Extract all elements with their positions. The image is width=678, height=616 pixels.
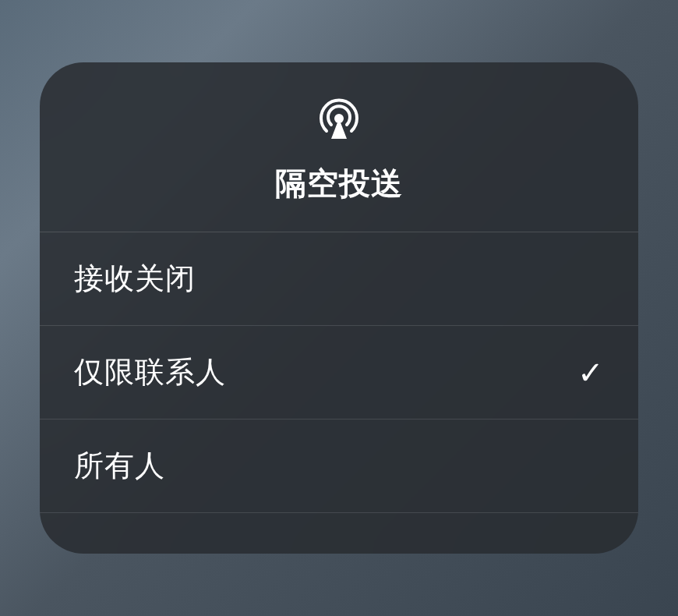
panel-header: 隔空投送 bbox=[40, 62, 638, 232]
option-everyone[interactable]: 所有人 ✓ bbox=[40, 420, 638, 513]
airdrop-panel: 隔空投送 接收关闭 ✓ 仅限联系人 ✓ 所有人 ✓ bbox=[40, 62, 638, 554]
bottom-spacer bbox=[40, 513, 638, 554]
option-label: 仅限联系人 bbox=[74, 352, 226, 392]
panel-title: 隔空投送 bbox=[275, 162, 403, 205]
airdrop-icon bbox=[316, 95, 362, 142]
option-label: 所有人 bbox=[74, 446, 165, 486]
checkmark-icon: ✓ bbox=[577, 355, 604, 391]
option-receiving-off[interactable]: 接收关闭 ✓ bbox=[40, 232, 638, 326]
option-contacts-only[interactable]: 仅限联系人 ✓ bbox=[40, 326, 638, 420]
option-label: 接收关闭 bbox=[74, 259, 196, 299]
